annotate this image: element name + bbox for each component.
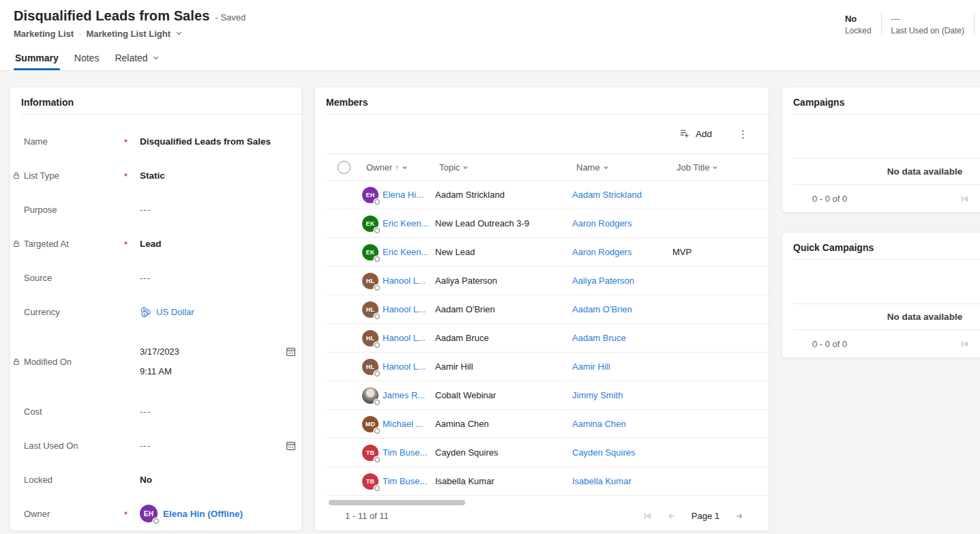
avatar: EH [362,187,378,203]
field-value-text[interactable]: Lead [140,239,162,249]
headline-value[interactable]: --- [891,13,964,25]
name-link[interactable]: Isabella Kumar [572,476,632,486]
card-title: Campaigns [782,87,980,114]
name-link[interactable]: Aaron Rodgers [572,218,632,228]
field-value-empty[interactable]: --- [140,205,151,215]
record-range: 0 - 0 of 0 [812,194,847,204]
tab-notes[interactable]: Notes [73,50,101,70]
date-value[interactable]: 3/17/2023 [140,346,179,357]
column-header-topic[interactable]: Topic [435,162,572,173]
calendar-icon[interactable] [286,346,296,357]
name-cell: Aadam O'Brien [572,304,672,314]
calendar-icon[interactable] [286,441,296,451]
page-label: Page 1 [692,511,719,521]
field-row-targeted-at: Targeted At*Lead [10,226,301,261]
owner-link[interactable]: Hanool L... [383,304,426,314]
select-all-checkbox[interactable] [338,161,351,174]
field-value-empty[interactable]: --- [140,441,151,451]
name-link[interactable]: Aaron Rodgers [572,247,632,257]
currency-link[interactable]: US Dollar [156,307,194,317]
name-cell: Aadam Strickland [572,190,672,200]
topic-cell: Aamir Hill [435,361,572,372]
field-label: Currency [24,307,60,317]
field-value-text[interactable]: Disqualified Leads from Sales [140,136,271,147]
more-options-button[interactable]: ⋮ [735,128,751,140]
column-header-job-title[interactable]: Job Title [672,162,769,173]
column-label: Topic [439,162,460,173]
owner-link[interactable]: Tim Buse... [383,447,427,458]
field-value: --- [134,273,296,283]
name-link[interactable]: Aamina Chen [572,419,626,429]
table-row[interactable]: EKEric Keen...New Lead Outreach 3-9Aaron… [326,209,769,238]
first-page-button[interactable] [960,340,969,348]
table-row[interactable]: TBTim Buse...Cayden SquiresCayden Squire… [326,439,769,467]
owner-link[interactable]: Hanool L... [383,333,426,343]
first-page-button[interactable] [643,511,652,520]
table-row[interactable]: TBTim Buse...Isabella KumarIsabella Kuma… [326,467,769,496]
field-row-locked: LockedNo [10,462,301,496]
table-row[interactable]: EKEric Keen...New LeadAaron RodgersMVP [326,238,769,267]
owner-link[interactable]: Tim Buse... [383,476,427,486]
field-value-empty[interactable]: --- [140,406,151,417]
field-value-empty[interactable]: --- [140,273,151,283]
table-row[interactable]: HLHanool L...Aadam BruceAadam Bruce [326,324,769,353]
owner-cell: EKEric Keen... [362,244,435,261]
record-header: Disqualified Leads from Sales - Saved Ma… [0,0,980,39]
breadcrumb-entity: Marketing List [14,29,74,39]
field-value: 3/17/20239:11 AM [134,346,296,376]
topic-text: New Lead Outreach 3-9 [435,218,529,228]
topic-text: Aadam O'Brien [435,304,495,314]
name-link[interactable]: Jimmy Smith [572,390,623,400]
name-cell: Aaron Rodgers [572,218,672,228]
empty-state-message: No data available [782,159,980,184]
table-header-row: Owner ↑ Topic Name Job Title [326,154,769,181]
name-link[interactable]: Aaliya Paterson [572,276,634,286]
owner-link[interactable]: Hanool L... [383,276,426,286]
field-value: --- [134,205,296,215]
field-value-text[interactable]: No [140,475,152,485]
first-page-button[interactable] [960,194,969,203]
owner-link[interactable]: Eric Keen... [383,247,428,257]
tab-summary[interactable]: Summary [14,50,60,70]
owner-link[interactable]: Michael ... [383,419,423,429]
field-label: Owner [24,509,50,519]
name-link[interactable]: Aadam O'Brien [572,304,632,314]
owner-link[interactable]: Hanool L... [383,361,426,372]
presence-indicator [374,199,380,205]
column-header-name[interactable]: Name [572,162,672,173]
field-row-last-used-on: Last Used On--- [10,428,301,462]
owner-cell: HLHanool L... [362,359,435,375]
table-row[interactable]: James R...Cobalt WebinarJimmy Smith [326,381,769,410]
table-row[interactable]: EHElena Hi...Aadam StricklandAadam Stric… [326,181,769,209]
table-row[interactable]: HLHanool L...Aaliya PatersonAaliya Pater… [326,267,769,295]
quick-campaigns-footer: 0 - 0 of 0 [782,330,980,357]
name-link[interactable]: Cayden Squires [572,447,636,458]
add-button[interactable]: Add [679,128,712,140]
name-link[interactable]: Aadam Bruce [572,333,626,343]
table-row[interactable]: HLHanool L...Aadam O'BrienAadam O'Brien [326,295,769,324]
chevron-down-icon [462,162,469,173]
avatar: HL [362,359,378,375]
chevron-down-icon[interactable] [175,29,183,39]
previous-page-button[interactable] [667,511,677,521]
tab-related[interactable]: Related [113,50,160,70]
information-card: Information Name*Disqualified Leads from… [10,87,302,531]
field-value-text[interactable]: Static [140,170,165,181]
headline-value[interactable]: No [845,13,872,25]
table-row[interactable]: MDMichael ...Aamina ChenAamina Chen [326,410,769,439]
owner-link[interactable]: James R... [383,390,425,400]
owner-link[interactable]: Elena Hi... [383,190,424,200]
time-value[interactable]: 9:11 AM [140,366,172,376]
lock-icon [12,171,24,180]
column-label: Name [576,162,600,173]
owner-link[interactable]: Eric Keen... [383,218,428,228]
horizontal-scrollbar[interactable] [329,500,465,505]
name-link[interactable]: Aamir Hill [572,361,610,372]
name-link[interactable]: Aadam Strickland [572,190,642,200]
next-page-button[interactable] [734,511,744,521]
table-row[interactable]: HLHanool L...Aamir HillAamir Hill [326,353,769,381]
column-header-owner[interactable]: Owner ↑ [362,162,435,173]
required-asterisk: * [124,169,134,181]
form-selector[interactable]: Marketing List Light [86,29,170,39]
owner-lookup-link[interactable]: Elena Hin (Offline) [163,509,243,519]
